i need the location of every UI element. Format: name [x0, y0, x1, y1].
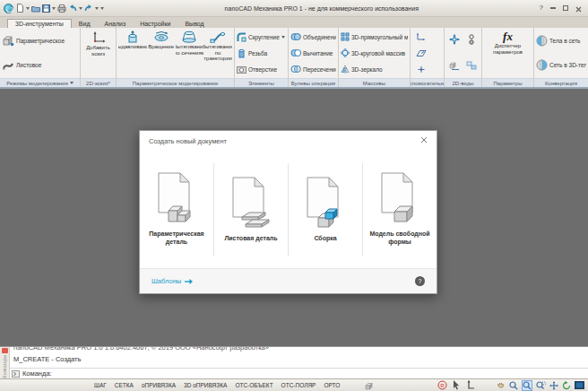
- solids-to-mesh-button[interactable]: Тела в сеть: [536, 35, 586, 47]
- view-base-icon: [449, 61, 460, 70]
- intersect-button[interactable]: Пересечение: [290, 65, 336, 74]
- union-button[interactable]: Объединение: [290, 32, 336, 41]
- dialog-close-button[interactable]: [420, 136, 428, 145]
- arrow-right-icon: [184, 278, 193, 285]
- command-history-line: M_CREATE - Создать: [13, 355, 588, 363]
- new-document-button[interactable]: [16, 4, 24, 13]
- option-freeform-model[interactable]: Модель свободной формы: [363, 151, 437, 268]
- fillet-icon: [237, 32, 246, 42]
- aux-point-icon: [416, 65, 427, 74]
- parametric-mode-button[interactable]: Параметрическое: [2, 36, 78, 47]
- print-button[interactable]: [57, 4, 66, 13]
- toggle-ortho[interactable]: ОРТО: [324, 382, 340, 388]
- sketch-axes-icon: [91, 30, 106, 44]
- ribbon-group-aux: Вспомогательн...: [411, 28, 445, 87]
- sheet-part-icon: [240, 205, 271, 229]
- pan-hand-icon[interactable]: [497, 381, 506, 390]
- ribbon-group-params: fx Диспетчер параметров Параметры: [482, 28, 534, 87]
- fullscreen-icon[interactable]: [575, 381, 584, 389]
- status-bar: ШАГ СЕТКА оПРИВЯЗКА 3D оПРИВЯЗКА ОТС-ОБЪ…: [0, 378, 588, 391]
- zoom-icon[interactable]: [509, 381, 518, 390]
- parameter-manager-button[interactable]: fx Диспетчер параметров: [484, 29, 532, 77]
- record-icon[interactable]: R: [437, 380, 447, 390]
- redo-button[interactable]: [84, 4, 93, 13]
- revolve-icon: [153, 30, 169, 43]
- view-proj-button[interactable]: [466, 57, 477, 74]
- mass-properties-icon[interactable]: [365, 381, 375, 390]
- dialog-help-button[interactable]: ?: [415, 276, 425, 286]
- toggle-grid[interactable]: СЕТКА: [115, 382, 134, 388]
- tab-analysis[interactable]: Анализ: [97, 20, 133, 28]
- tab-output[interactable]: Вывод: [177, 20, 211, 28]
- cursor-mode-icon[interactable]: [453, 380, 461, 390]
- save-button[interactable]: [42, 4, 50, 13]
- command-input-row[interactable]: Команда:: [10, 368, 588, 378]
- maximize-button[interactable]: [563, 5, 568, 11]
- toggle-snap[interactable]: ШАГ: [94, 382, 107, 388]
- revolve-button[interactable]: Вращение: [147, 29, 176, 77]
- subtract-icon: [290, 48, 301, 57]
- toggle-otrack-polar[interactable]: ОТС-ПОЛЯР: [281, 382, 316, 388]
- navigate-cross-icon[interactable]: [549, 381, 558, 390]
- save-dropdown-icon[interactable]: [52, 7, 56, 10]
- close-button[interactable]: [575, 0, 582, 16]
- templates-link[interactable]: Шаблоны: [151, 277, 193, 285]
- ribbon-group-sketch: Добавить эскиз 2D-эскиз*: [81, 28, 117, 87]
- command-prompt: Команда:: [22, 369, 52, 378]
- tab-settings[interactable]: Настройки: [133, 20, 177, 28]
- dialog-title: Создать новый документ: [149, 137, 227, 145]
- rect-array-icon: [341, 32, 350, 41]
- open-button[interactable]: [31, 4, 40, 13]
- extrude-button[interactable]: Выдавливание: [118, 29, 147, 77]
- fillet-button[interactable]: Скругление: [237, 32, 286, 42]
- add-sketch-button[interactable]: Добавить эскиз: [82, 29, 114, 77]
- help-button[interactable]: ?: [540, 4, 543, 12]
- panel-close-icon[interactable]: [2, 348, 8, 353]
- qat-customize-icon[interactable]: [100, 7, 104, 10]
- group-label-sketch: 2D-эскиз*: [81, 78, 116, 87]
- mesh-to-solid-button[interactable]: Сеть в 3D-тело: [536, 59, 586, 71]
- mirror3d-button[interactable]: 3D-зеркало: [341, 65, 408, 74]
- coords-style-icon[interactable]: [466, 380, 475, 390]
- group-label-elements: Элементы: [235, 78, 288, 87]
- tab-view[interactable]: Вид: [72, 20, 98, 28]
- quick-access-toolbar: [16, 4, 104, 13]
- aux-plane-button[interactable]: [416, 45, 427, 61]
- option-assembly[interactable]: Сборка: [289, 151, 362, 268]
- sweep-button[interactable]: Вытягивание по траектории: [203, 29, 232, 77]
- fx-icon: fx: [503, 30, 513, 43]
- command-history[interactable]: nanoCAD Механика PRO 1.0 1.0.6402.4067, …: [10, 347, 588, 378]
- rect-array-button[interactable]: 3D-прямоугольный массив: [341, 32, 408, 41]
- sheet-mode-button[interactable]: Листовое: [2, 60, 78, 71]
- app-logo-icon[interactable]: [4, 4, 13, 13]
- toggle-otrack-object[interactable]: ОТС-ОБЪЕКТ: [235, 382, 272, 388]
- zoom-window-icon[interactable]: [536, 381, 546, 390]
- loft-button[interactable]: Вытягивание по сечениям: [176, 29, 204, 77]
- subtract-button[interactable]: Вычитание: [290, 48, 336, 57]
- zoom-realtime-icon[interactable]: [522, 380, 532, 391]
- regen-icon[interactable]: [562, 381, 571, 390]
- drawing-canvas[interactable]: Создать новый документ Параметрическая д…: [0, 89, 588, 346]
- group-label-modes[interactable]: Режимы моделирования: [0, 78, 80, 87]
- view-base-button[interactable]: [449, 57, 460, 74]
- redo-dropdown-icon[interactable]: [95, 7, 99, 10]
- new-dropdown-icon[interactable]: [26, 7, 30, 10]
- aux-axis-button[interactable]: [416, 29, 427, 45]
- thread-button[interactable]: Резьба: [237, 48, 286, 58]
- view-section-button[interactable]: [468, 32, 475, 48]
- view-move-button[interactable]: [449, 32, 460, 48]
- circular-array-button[interactable]: 3D-круговой массив: [341, 48, 408, 57]
- hole-button[interactable]: Отверстие: [237, 65, 286, 74]
- minimize-button[interactable]: [550, 7, 556, 9]
- toggle-osnap[interactable]: оПРИВЯЗКА: [142, 382, 176, 388]
- aux-point-button[interactable]: [416, 61, 427, 77]
- undo-button[interactable]: [68, 4, 77, 13]
- undo-dropdown-icon[interactable]: [79, 7, 82, 10]
- command-panel-tab[interactable]: Команды: [0, 347, 10, 378]
- tab-3d-tools[interactable]: 3D-инструменты: [7, 19, 72, 28]
- option-sheet-part[interactable]: Листовая деталь: [214, 151, 288, 268]
- ribbon-group-views: 2D-виды: [445, 28, 482, 87]
- toggle-3d-osnap[interactable]: 3D оПРИВЯЗКА: [184, 382, 227, 388]
- option-parametric-part[interactable]: Параметрическая деталь: [140, 151, 213, 268]
- command-prompt-icon: [12, 370, 20, 378]
